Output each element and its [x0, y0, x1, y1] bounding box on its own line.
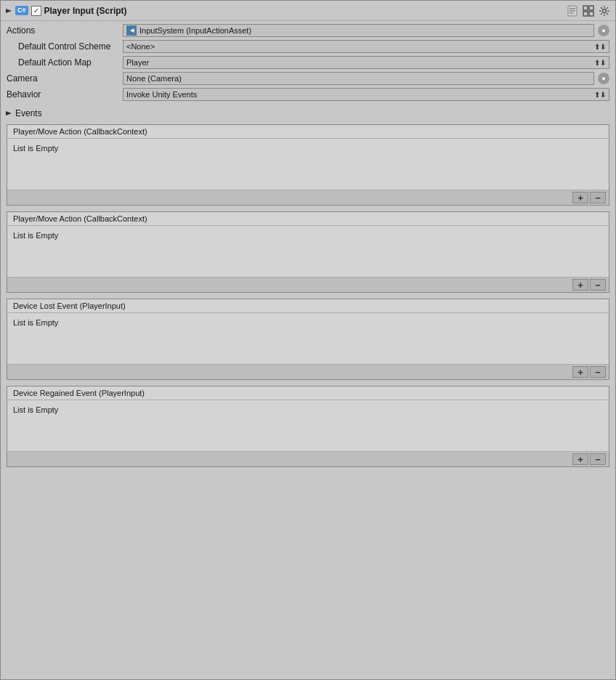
inspector-panel: C# ✓ Player Input (Script) [0, 0, 616, 680]
enabled-checkbox[interactable]: ✓ [31, 6, 41, 16]
behavior-label-container: Behavior [7, 89, 123, 100]
action-map-label: Default Action Map [7, 57, 92, 68]
actions-value: InputSystem (InputActionAsset) [139, 26, 591, 35]
svg-rect-3 [570, 10, 575, 12]
behavior-value-container: Invoke Unity Events ⬆⬇ [123, 88, 609, 101]
add-btn-4[interactable]: + [572, 453, 588, 465]
action-map-value-container: Player ⬆⬇ [123, 56, 609, 69]
list-empty-3: List is Empty [13, 315, 58, 330]
layout-icon-btn[interactable] [582, 4, 595, 17]
actions-label: Actions [7, 25, 35, 36]
event-header-3: Device Lost Event (PlayerInput) [7, 299, 609, 313]
action-map-row: Default Action Map Player ⬆⬇ [1, 54, 615, 70]
svg-marker-10 [6, 111, 12, 116]
camera-field[interactable]: None (Camera) [123, 72, 594, 85]
script-icon-btn[interactable] [566, 4, 579, 17]
event-body-3: List is Empty [7, 313, 609, 364]
svg-rect-7 [583, 12, 588, 16]
behavior-arrow-icon: ⬆⬇ [594, 91, 606, 99]
svg-rect-8 [589, 12, 593, 16]
behavior-value: Invoke Unity Events [126, 90, 594, 99]
remove-btn-3[interactable]: − [590, 366, 606, 378]
actions-row: Actions ◀ InputSystem (InputActionAsset)… [1, 23, 615, 39]
header-icons [566, 4, 611, 17]
control-scheme-label: Default Control Scheme [7, 41, 110, 52]
list-empty-2: List is Empty [13, 228, 58, 243]
action-map-label-container: Default Action Map [7, 57, 123, 68]
gear-icon-btn[interactable] [598, 4, 611, 17]
event-footer-4: + − [7, 451, 609, 466]
camera-row: Camera None (Camera) ● [1, 70, 615, 86]
event-block-1: Player/Move Action (CallbackContext) Lis… [7, 124, 609, 206]
actions-select-btn[interactable]: ● [598, 25, 609, 36]
add-btn-3[interactable]: + [572, 366, 588, 378]
events-collapse-icon[interactable] [5, 110, 12, 117]
behavior-row: Behavior Invoke Unity Events ⬆⬇ [1, 86, 615, 102]
add-btn-2[interactable]: + [572, 279, 588, 291]
svg-point-9 [603, 9, 607, 12]
svg-rect-6 [589, 6, 593, 10]
event-footer-1: + − [7, 190, 609, 205]
event-footer-2: + − [7, 277, 609, 292]
control-scheme-label-container: Default Control Scheme [7, 41, 123, 52]
component-title: Player Input (Script) [44, 6, 563, 16]
event-block-2: Player/Move Action (CallbackContext) Lis… [7, 211, 609, 293]
svg-marker-0 [6, 9, 12, 13]
action-map-dropdown[interactable]: Player ⬆⬇ [123, 56, 609, 69]
properties-area: Actions ◀ InputSystem (InputActionAsset)… [1, 21, 615, 104]
camera-label-container: Camera [7, 73, 123, 84]
control-scheme-value-container: <None> ⬆⬇ [123, 40, 609, 53]
checkmark-icon: ✓ [33, 7, 39, 15]
remove-btn-2[interactable]: − [590, 279, 606, 291]
actions-label-container: Actions [7, 25, 123, 36]
list-empty-4: List is Empty [13, 402, 58, 417]
svg-rect-4 [570, 12, 573, 14]
remove-btn-4[interactable]: − [590, 453, 606, 465]
event-header-1: Player/Move Action (CallbackContext) [7, 125, 609, 139]
list-empty-1: List is Empty [13, 141, 58, 155]
camera-label: Camera [7, 73, 38, 84]
camera-select-btn[interactable]: ● [598, 73, 609, 84]
svg-rect-2 [570, 8, 575, 9]
control-scheme-row: Default Control Scheme <None> ⬆⬇ [1, 39, 615, 54]
add-btn-1[interactable]: + [572, 192, 588, 203]
camera-value: None (Camera) [126, 74, 591, 83]
control-scheme-arrow-icon: ⬆⬇ [594, 43, 606, 51]
event-block-3: Device Lost Event (PlayerInput) List is … [7, 299, 609, 380]
input-asset-icon: ◀ [126, 25, 137, 36]
component-header: C# ✓ Player Input (Script) [1, 1, 615, 21]
action-map-arrow-icon: ⬆⬇ [594, 59, 606, 67]
events-label: Events [15, 108, 42, 118]
actions-field[interactable]: ◀ InputSystem (InputActionAsset) [123, 24, 594, 37]
camera-value-container: None (Camera) ● [123, 72, 609, 85]
event-footer-3: + − [7, 364, 609, 379]
event-block-4: Device Regained Event (PlayerInput) List… [7, 386, 609, 467]
event-body-4: List is Empty [7, 400, 609, 451]
svg-rect-5 [583, 6, 588, 10]
control-scheme-dropdown[interactable]: <None> ⬆⬇ [123, 40, 609, 53]
actions-value-container: ◀ InputSystem (InputActionAsset) ● [123, 24, 609, 37]
events-section: Events Player/Move Action (CallbackConte… [1, 104, 615, 474]
event-header-4: Device Regained Event (PlayerInput) [7, 386, 609, 400]
behavior-label: Behavior [7, 89, 41, 100]
csharp-badge: C# [15, 6, 28, 15]
event-header-2: Player/Move Action (CallbackContext) [7, 212, 609, 226]
event-body-1: List is Empty [7, 139, 609, 190]
control-scheme-value: <None> [126, 42, 594, 51]
action-map-value: Player [126, 58, 594, 67]
events-section-header: Events [1, 105, 615, 121]
collapse-triangle-icon[interactable] [5, 7, 12, 15]
remove-btn-1[interactable]: − [590, 192, 606, 203]
behavior-dropdown[interactable]: Invoke Unity Events ⬆⬇ [123, 88, 609, 101]
event-body-2: List is Empty [7, 226, 609, 277]
